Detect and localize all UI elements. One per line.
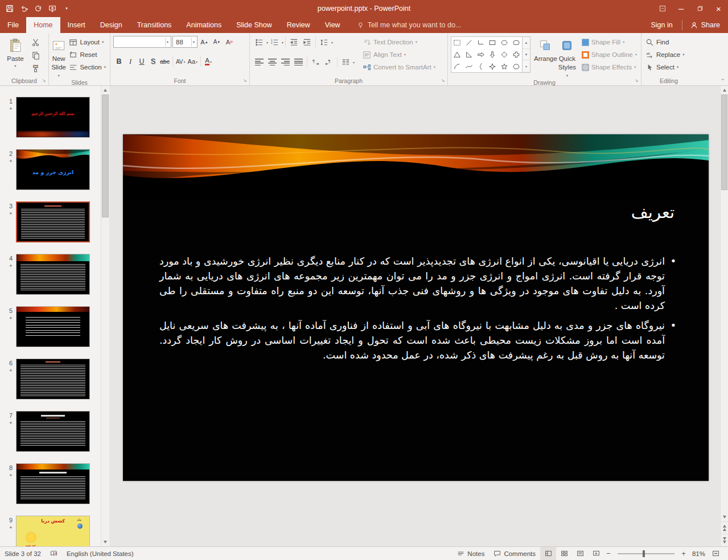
redo-icon[interactable] <box>31 2 45 15</box>
decrease-indent-button[interactable] <box>287 36 301 48</box>
tab-file[interactable]: File <box>0 17 26 33</box>
scroll-track[interactable] <box>101 94 109 538</box>
replace-button[interactable]: ab Replace▾ <box>643 48 686 61</box>
scroll-up-icon[interactable] <box>101 86 109 94</box>
notes-button[interactable]: Notes <box>453 547 489 560</box>
align-left-button[interactable] <box>253 56 266 68</box>
thumbnail-slide-2[interactable]: 2★ انرژی جزر و مد <box>2 149 90 190</box>
restore-icon[interactable] <box>690 0 709 17</box>
scroll-track[interactable] <box>721 94 728 513</box>
bullet-item[interactable]: نیروگاه های جزر و مدی به دلیل مشابهت با … <box>159 318 677 363</box>
slide-editor-area[interactable]: تعریف انرژی دریایی یا اقیانوسی، یکی از ا… <box>109 86 720 546</box>
columns-button[interactable] <box>339 56 352 68</box>
thumbnail-slide-9[interactable]: 9★ کشش دریا ماه خورشید <box>2 516 90 546</box>
shape-star-5-icon[interactable] <box>499 60 511 72</box>
thumbnail-slide-6[interactable]: 6★ <box>2 359 90 400</box>
scroll-down-icon[interactable] <box>721 513 728 521</box>
shape-rounded-rectangle-icon[interactable] <box>510 37 522 49</box>
layout-button[interactable]: Layout▾ <box>67 36 108 48</box>
thumbnail-slide-5[interactable]: 5★ <box>2 306 90 347</box>
zoom-percentage[interactable]: 81% <box>688 550 708 557</box>
slideshow-view-button[interactable] <box>588 547 604 560</box>
customize-qat-icon[interactable]: ▾ <box>60 2 73 15</box>
tab-home[interactable]: Home <box>26 17 60 33</box>
tab-review[interactable]: Review <box>279 17 318 33</box>
scroll-thumb[interactable] <box>102 94 109 217</box>
text-direction-button[interactable]: Text Direction▾ <box>360 36 438 48</box>
shape-arc-icon[interactable] <box>451 60 463 72</box>
tab-slideshow[interactable]: Slide Show <box>229 17 279 33</box>
thumbnail-image[interactable]: بسم الله الرحمن الرحیم <box>16 97 90 138</box>
thumbnail-image[interactable]: کشش دریا ماه خورشید <box>16 516 90 546</box>
shape-diamond-icon[interactable] <box>499 49 511 61</box>
justify-button[interactable] <box>292 56 305 68</box>
shape-oval-icon[interactable] <box>499 37 511 49</box>
numbering-button[interactable]: 12 <box>268 36 281 48</box>
gallery-down-icon[interactable]: ▼ <box>523 49 530 61</box>
align-center-button[interactable] <box>266 56 279 68</box>
quick-styles-button[interactable]: Quick Styles ▾ <box>557 35 577 79</box>
scroll-down-icon[interactable] <box>101 538 109 546</box>
reset-button[interactable]: Reset <box>67 48 108 61</box>
zoom-slider-thumb[interactable] <box>643 550 645 557</box>
shape-star-4-icon[interactable] <box>487 60 499 72</box>
shape-select-icon[interactable] <box>451 37 463 49</box>
slide-counter[interactable]: Slide 3 of 32 <box>5 547 46 560</box>
font-dialog-launcher-icon[interactable]: ↘ <box>242 78 248 84</box>
thumbnail-slide-3[interactable]: 3★ <box>2 201 90 242</box>
language-button[interactable]: English (United States) <box>62 547 138 560</box>
tab-insert[interactable]: Insert <box>60 17 93 33</box>
zoom-in-button[interactable]: + <box>679 549 688 558</box>
convert-to-smartart-button[interactable]: Convert to SmartArt▾ <box>360 61 438 73</box>
underline-button[interactable]: U <box>136 56 147 68</box>
shape-right-triangle-icon[interactable] <box>463 49 475 61</box>
shape-left-brace-icon[interactable] <box>475 60 487 72</box>
tab-design[interactable]: Design <box>93 17 130 33</box>
slide-sorter-view-button[interactable] <box>556 547 572 560</box>
italic-button[interactable]: I <box>125 56 136 68</box>
thumbnail-image[interactable]: انرژی جزر و مد <box>16 149 90 190</box>
align-text-button[interactable]: Align Text▾ <box>360 48 438 61</box>
thumbnail-image[interactable] <box>16 306 90 347</box>
paragraph-dialog-launcher-icon[interactable]: ↘ <box>440 78 446 84</box>
font-name-combo[interactable]: ▾ <box>113 36 171 48</box>
line-spacing-button[interactable] <box>318 36 331 48</box>
share-button[interactable]: Share <box>682 17 728 33</box>
ribbon-display-options-icon[interactable] <box>653 0 672 17</box>
thumbnail-image[interactable] <box>16 411 90 452</box>
tab-transitions[interactable]: Transitions <box>130 17 179 33</box>
shape-outline-button[interactable]: Shape Outline▾ <box>579 48 639 61</box>
comments-button[interactable]: Comments <box>489 547 540 560</box>
slide-title[interactable]: تعریف <box>631 203 674 222</box>
thumbnail-image[interactable] <box>16 359 90 400</box>
find-button[interactable]: Find <box>643 36 686 48</box>
shape-rectangle-icon[interactable] <box>487 37 499 49</box>
new-slide-button[interactable]: New Slide ▾ <box>51 35 67 79</box>
font-size-combo[interactable]: 88▾ <box>172 36 198 48</box>
editor-scrollbar[interactable] <box>720 86 728 546</box>
undo-icon[interactable]: ▾ <box>17 2 31 15</box>
select-button[interactable]: Select▾ <box>643 61 686 73</box>
bullets-button[interactable] <box>253 36 266 48</box>
thumbnail-slide-7[interactable]: 7★ <box>2 411 90 452</box>
clipboard-dialog-launcher-icon[interactable]: ↘ <box>41 78 47 84</box>
shape-curve-icon[interactable] <box>463 60 475 72</box>
slide-body-text[interactable]: انرژی دریایی یا اقیانوسی، یکی از انواع ا… <box>159 254 677 363</box>
tell-me-box[interactable]: Tell me what you want to do... <box>357 17 462 33</box>
clear-formatting-button[interactable]: A <box>224 36 235 48</box>
thumbnail-slide-8[interactable]: 8★ <box>2 463 90 504</box>
text-shadow-button[interactable]: S <box>147 56 159 68</box>
bullet-item[interactable]: انرژی دریایی یا اقیانوسی، یکی از انواع ا… <box>159 254 677 313</box>
thumbnail-image[interactable] <box>16 463 90 504</box>
shape-arrow-right-icon[interactable] <box>475 49 487 61</box>
cut-button[interactable] <box>29 36 42 48</box>
start-slideshow-icon[interactable] <box>46 2 59 15</box>
spell-check-button[interactable] <box>46 547 62 560</box>
tab-animations[interactable]: Animations <box>179 17 229 33</box>
thumbnail-scrollbar[interactable] <box>101 86 109 546</box>
right-to-left-button[interactable]: ¶ <box>322 56 335 68</box>
normal-view-button[interactable] <box>540 547 556 560</box>
thumbnail-slide-4[interactable]: 4★ <box>2 254 90 295</box>
shape-elbow-connector-icon[interactable] <box>475 37 487 49</box>
close-icon[interactable]: × <box>709 0 728 17</box>
